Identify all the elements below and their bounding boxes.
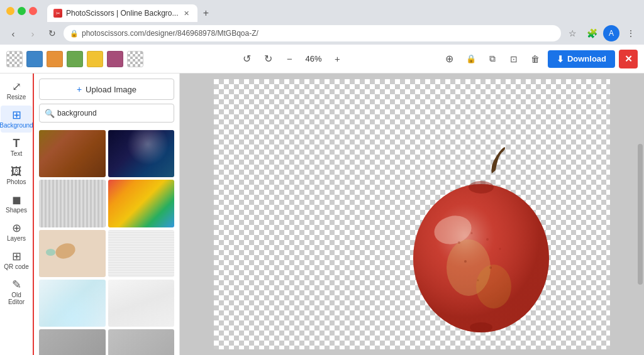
thumbnail-space[interactable] — [108, 130, 175, 177]
canvas-scrollbar-thumb[interactable] — [638, 144, 643, 285]
svg-point-9 — [486, 238, 489, 241]
search-input[interactable] — [57, 109, 169, 117]
text-icon: T — [13, 138, 20, 149]
resize-icon: ⤢ — [12, 81, 21, 92]
tab-close-icon[interactable]: ✕ — [182, 9, 191, 18]
bookmark-btn[interactable]: ☆ — [564, 25, 580, 41]
search-box: 🔍 — [39, 104, 174, 123]
svg-point-10 — [499, 248, 501, 250]
app: ↺ ↻ − 46% + ⊕ 🔒 ⧉ ⊡ 🗑 ⬇ Download ✕ ⤢ Res… — [0, 45, 644, 355]
address-bar[interactable]: 🔒 photoscissors.com/designer/846968978/M… — [64, 25, 561, 41]
sidebar-item-text[interactable]: T Text — [1, 134, 32, 161]
address-text: photoscissors.com/designer/846968978/MtG… — [82, 29, 258, 38]
active-tab[interactable]: ✂ PhotoScissors | Online Backgro... ✕ — [47, 4, 197, 22]
search-icon: 🔍 — [45, 109, 55, 118]
svg-point-12 — [489, 266, 492, 269]
thumbnail-wood[interactable] — [39, 130, 106, 177]
svg-point-7 — [458, 241, 460, 244]
app-toolbar: ↺ ↻ − 46% + ⊕ 🔒 ⧉ ⊡ 🗑 ⬇ Download ✕ — [0, 45, 644, 74]
color-swatch-blue[interactable] — [26, 51, 43, 67]
photos-label: Photos — [6, 178, 26, 185]
lock-toolbar-btn[interactable]: 🔒 — [462, 50, 480, 68]
photos-icon: 🖼 — [11, 166, 22, 177]
zoom-out-btn[interactable]: − — [280, 50, 298, 68]
svg-point-8 — [471, 232, 473, 234]
layers-label: Layers — [7, 235, 26, 242]
thumbnail-gray-2[interactable] — [108, 329, 175, 355]
resize-label: Resize — [7, 94, 26, 101]
sidebar-item-background[interactable]: ⊞ Background — [1, 106, 32, 133]
thumbnail-colorful[interactable] — [108, 180, 175, 227]
extension-btn[interactable]: 🧩 — [584, 25, 600, 41]
layers-toolbar-btn[interactable]: ⊕ — [441, 50, 458, 68]
color-swatch-yellow[interactable] — [87, 51, 103, 67]
thumbnail-light-blue[interactable] — [39, 280, 106, 327]
svg-point-5 — [470, 322, 492, 332]
upload-image-btn[interactable]: + Upload Image — [39, 79, 174, 100]
background-thumbnails-grid — [34, 128, 179, 355]
left-sidebar: ⤢ Resize ⊞ Background T Text 🖼 Photos ◼ … — [0, 74, 34, 355]
delete-toolbar-btn[interactable]: 🗑 — [526, 50, 544, 68]
checker-swatch-right[interactable] — [127, 51, 143, 67]
text-label: Text — [11, 150, 22, 157]
checker-swatch-left[interactable] — [6, 51, 23, 67]
sidebar-item-photos[interactable]: 🖼 Photos — [1, 162, 32, 189]
color-swatch-green[interactable] — [67, 51, 83, 67]
forward-btn[interactable]: › — [25, 25, 41, 41]
btn-close-window[interactable] — [29, 7, 37, 15]
canvas — [214, 79, 610, 349]
sidebar-item-shapes[interactable]: ◼ Shapes — [1, 190, 32, 217]
oldeditor-label: Old Editor — [3, 292, 30, 305]
sidebar-item-resize[interactable]: ⤢ Resize — [1, 77, 32, 104]
close-app-button[interactable]: ✕ — [619, 50, 638, 68]
lock-icon: 🔒 — [70, 30, 79, 38]
shapes-icon: ◼ — [12, 194, 21, 205]
redo-btn[interactable]: ↻ — [259, 50, 277, 68]
apple-image — [390, 142, 572, 343]
thumbnail-white-texture2[interactable] — [108, 280, 175, 327]
qrcode-label: QR code — [4, 263, 28, 270]
svg-point-6 — [469, 181, 494, 194]
sidebar-item-layers[interactable]: ⊕ Layers — [1, 219, 32, 246]
tab-title: PhotoScissors | Online Backgro... — [66, 9, 179, 18]
profile-btn[interactable]: A — [603, 25, 619, 41]
background-icon: ⊞ — [12, 109, 21, 121]
duplicate-toolbar-btn[interactable]: ⧉ — [484, 50, 501, 68]
background-label: Background — [0, 122, 33, 129]
sidebar-item-oldeditor[interactable]: ✎ Old Editor — [1, 275, 32, 309]
thumbnail-gray-1[interactable] — [39, 329, 106, 355]
canvas-area — [180, 74, 644, 355]
upload-icon: + — [77, 84, 82, 94]
svg-point-3 — [476, 265, 511, 309]
btn-maximize[interactable] — [18, 7, 26, 15]
thumbnail-white-fabric[interactable] — [108, 230, 175, 277]
tab-bar: ✂ PhotoScissors | Online Backgro... ✕ + — [47, 0, 215, 22]
color-swatch-purple[interactable] — [107, 51, 123, 67]
thumbnail-paint-splatter[interactable] — [39, 230, 106, 277]
qrcode-icon: ⊞ — [12, 251, 21, 262]
sidebar-item-qrcode[interactable]: ⊞ QR code — [1, 247, 32, 274]
back-btn[interactable]: ‹ — [5, 25, 21, 41]
shapes-label: Shapes — [6, 207, 27, 214]
zoom-in-btn[interactable]: + — [328, 50, 346, 68]
oldeditor-icon: ✎ — [12, 279, 21, 290]
svg-point-11 — [464, 260, 467, 263]
download-icon: ⬇ — [557, 54, 564, 64]
btn-minimize[interactable] — [6, 7, 14, 15]
duplicate2-toolbar-btn[interactable]: ⊡ — [505, 50, 523, 68]
tab-favicon: ✂ — [53, 9, 62, 18]
undo-btn[interactable]: ↺ — [238, 50, 255, 68]
download-label: Download — [567, 54, 606, 63]
zoom-percent: 46% — [302, 54, 325, 63]
reload-btn[interactable]: ↻ — [44, 25, 60, 41]
color-swatch-orange[interactable] — [47, 51, 63, 67]
svg-point-13 — [477, 280, 479, 281]
background-panel: + Upload Image 🔍 — [34, 74, 180, 355]
new-tab-btn[interactable]: + — [197, 4, 215, 22]
window-controls — [6, 7, 37, 15]
download-button[interactable]: ⬇ Download — [548, 50, 615, 68]
menu-btn[interactable]: ⋮ — [623, 25, 639, 41]
thumbnail-gray-stripe[interactable] — [39, 180, 106, 227]
main-area: ⤢ Resize ⊞ Background T Text 🖼 Photos ◼ … — [0, 74, 644, 355]
address-bar-row: ‹ › ↻ 🔒 photoscissors.com/designer/84696… — [0, 22, 644, 45]
